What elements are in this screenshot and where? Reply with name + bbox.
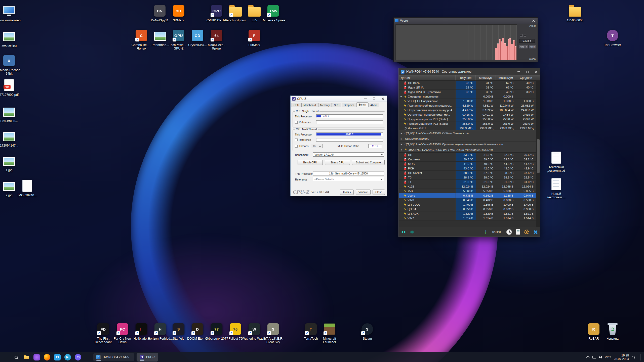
prev-next-group-button[interactable]	[410, 231, 414, 234]
telegram-icon[interactable]	[64, 354, 71, 360]
close-sensors-button[interactable]	[533, 230, 538, 234]
notifications-bell-icon[interactable]	[632, 356, 635, 358]
taskbar-window-hwinfo[interactable]: HWiNFO64 v7.64-5...	[93, 353, 134, 361]
sensor-row[interactable]: MOS41.5 °C40.0 °C44.5 °C41.4 °C	[399, 162, 536, 166]
scrollbar-thumb[interactable]	[537, 139, 540, 173]
reset-button[interactable]: Reset	[529, 45, 536, 49]
tab-graphics[interactable]: Graphics	[342, 103, 356, 107]
sensor-row[interactable]: ЦП Socket38.0 °C37.0 °C38.5 °C37.6 °C	[399, 171, 536, 175]
explorer-icon[interactable]	[23, 354, 30, 360]
media-player-icon[interactable]	[33, 354, 40, 360]
desktop-icon[interactable]: анклав.jpg	[0, 29, 22, 47]
column-header-maximum[interactable]: Максимум	[496, 75, 516, 80]
hwinfo-scrollbar[interactable]	[536, 81, 540, 227]
tab-mainboard[interactable]: Mainboard	[301, 103, 318, 107]
desktop-icon[interactable]: 172094147...	[0, 129, 22, 147]
column-header-sensor[interactable]: Датчик	[399, 75, 456, 80]
desktop-icon[interactable]: PDF27197900.pdf	[0, 78, 22, 97]
hwinfo-titlebar[interactable]: HWiNFO64 v7.64-5240 - Состояние датчиков	[399, 68, 540, 75]
expand-icon[interactable]: ▶	[400, 143, 403, 146]
sensor-row[interactable]: ϟПотребляемая мощность ядер IA4.417 W3.1…	[399, 108, 536, 112]
vcore-titlebar[interactable]: Vcore	[394, 18, 538, 24]
sensor-row[interactable]: ϟПредел мощности PL2 (Static)253.0 W253.…	[399, 121, 536, 126]
sensor-row[interactable]: Система39.5 °C39.0 °C39.5 °C39.2 °C	[399, 157, 536, 162]
maximize-button[interactable]	[523, 68, 532, 75]
viber-icon[interactable]	[75, 354, 81, 360]
desktop-icon[interactable]: S↗Steam	[354, 322, 380, 340]
close-window-button[interactable]: Close	[373, 190, 385, 195]
single-reference-checkbox[interactable]	[295, 121, 298, 124]
tab-spd[interactable]: SPD	[332, 103, 342, 107]
sensor-row[interactable]: PCH43.0 °C42.0 °C43.0 °C42.9 °C	[399, 166, 536, 171]
firefox-icon[interactable]	[44, 354, 50, 360]
desktop-icon[interactable]: Корзина	[599, 322, 626, 340]
settings-gear-button[interactable]	[524, 230, 529, 234]
sensor-row[interactable]: ▶ϟСмещения напряжения0.000 В0.000 В	[399, 94, 536, 99]
desktop-icon[interactable]: F↗FurMark	[241, 29, 267, 47]
sensor-row[interactable]: ϟ+5В5.060 В5.050 В5.060 В5.055 В	[399, 189, 536, 193]
sensor-row[interactable]: ϟ+12В12.024 В12.024 В12.048 В12.024 В	[399, 184, 536, 189]
sensor-row[interactable]: ЦП Весь33 °C31 °C62 °C40 °C	[399, 81, 536, 85]
threads-checkbox[interactable]	[295, 145, 298, 148]
sensor-row[interactable]: T028.5 °C28.0 °C28.5 °C28.5 °C	[399, 175, 536, 180]
desktop-icon[interactable]: Мой компьютер	[0, 4, 22, 22]
sensor-row[interactable]: Ядра ЦП IA32 °C31 °C62 °C40 °C	[399, 85, 536, 90]
multi-reference-checkbox[interactable]	[295, 139, 298, 141]
benchmark-version-select[interactable]: Version 17.01.64	[313, 152, 384, 157]
desktop-icon[interactable]: ↗Minecraft Launcher	[316, 322, 343, 344]
sensor-row[interactable]: ϟVDDQ TX Напряжение1.300 В1.300 В1.300 В…	[399, 99, 536, 103]
prev-next-sensor-button[interactable]	[401, 231, 406, 234]
tab-cpu[interactable]: CPU	[292, 103, 301, 107]
desktop-icon[interactable]: S↗S.T.A.L.K.E.R. Clear Sky	[260, 322, 286, 344]
graph-option-checkbox[interactable]	[520, 34, 522, 37]
tab-memory[interactable]: Memory	[318, 103, 332, 107]
desktop-icon[interactable]: TTor Browser	[599, 29, 626, 47]
cpuz-titlebar[interactable]: CPU-Z	[291, 96, 387, 102]
desktop-icon[interactable]: Новый текстовый ...	[543, 177, 569, 199]
close-button[interactable]	[378, 96, 387, 102]
desktop-icon[interactable]: Безымянн...	[0, 105, 22, 123]
expand-icon[interactable]: ▶	[400, 95, 403, 98]
clock-button[interactable]	[506, 229, 512, 235]
sensor-row[interactable]: Частота GPU299.3 МГц299.3 МГц299.3 МГц29…	[399, 126, 536, 130]
report-button[interactable]	[516, 229, 520, 235]
taskbar-window-cpuz[interactable]: CPU-Z	[137, 353, 158, 361]
language-indicator[interactable]: РУС	[605, 355, 611, 359]
network-icon[interactable]	[592, 356, 596, 358]
hwinfo-section-row[interactable]: ▼ϟMSI B760 GAMING PLUS WIFI (MS-7D98) (N…	[399, 147, 536, 153]
sensor-row[interactable]: ϟVcore0.738 В0.652 В1.188 В0.940 В	[399, 193, 536, 198]
stress-cpu-button[interactable]: Stress CPU	[325, 160, 350, 165]
sensor-row[interactable]: ϟVIN30.640 В0.402 В0.688 В0.538 В	[399, 198, 536, 202]
vcore-close-button[interactable]	[529, 18, 538, 24]
desktop-icon[interactable]: 1.jpg	[0, 154, 22, 172]
search-icon[interactable]	[13, 354, 19, 360]
column-header-minimum[interactable]: Минимум	[476, 75, 496, 80]
sensor-row[interactable]: ϟПолная потребляемая мощност...5.829 W4.…	[399, 103, 536, 108]
desktop-icon[interactable]: Текстовый документ.txt	[543, 151, 569, 173]
minimize-button[interactable]	[514, 68, 523, 75]
graph-option-checkbox[interactable]	[524, 34, 526, 37]
auto-fit-button[interactable]: Auto Fit	[519, 45, 528, 49]
minimize-button[interactable]	[361, 96, 370, 102]
sensor-row[interactable]: ϟЦП AUX1.820 В1.820 В1.821 В1.821 В	[399, 211, 536, 216]
hwinfo-section-row[interactable]: ▶ЦП [#0]: Intel Core i5-13500: Причины о…	[399, 142, 536, 147]
clock-datetime[interactable]: 19:28 28.07.2024	[614, 354, 629, 361]
sensor-row[interactable]: ϟОстаточная потребляемая мо...0.416 W0.4…	[399, 112, 536, 117]
store-icon[interactable]	[54, 354, 61, 360]
threads-select[interactable]: 20	[311, 144, 323, 148]
hwinfo-section-row[interactable]: ▶Тайминги памяти	[399, 136, 536, 142]
sensor-row[interactable]: Ядра CPU GT (графика)33 °C30 °C40 °C33 °…	[399, 90, 536, 94]
tools-button[interactable]: Tools ▾	[340, 190, 354, 195]
submit-and-compare-button[interactable]: Submit and Compare	[352, 160, 385, 165]
sensor-row[interactable]: ϟVIN71.514 В1.514 В1.514 В1.514 В	[399, 216, 536, 220]
desktop-icon[interactable]: 3D3DMark	[166, 4, 192, 22]
tab-bench[interactable]: Bench	[356, 102, 368, 107]
sensor-row[interactable]: ϟЦП VDD21.400 В1.396 В1.400 В1.400 В	[399, 202, 536, 207]
desktop-icon[interactable]: IMG_20240...	[14, 179, 40, 197]
desktop-icon[interactable]: XXMedia Recode 64bit	[0, 54, 22, 76]
column-header-average[interactable]: Среднее	[516, 75, 536, 80]
desktop-icon[interactable]: 13500 6600	[562, 4, 588, 22]
hwinfo-section-row[interactable]: ▶ЦП [#0]: Intel Core i5-13500: C-State З…	[399, 130, 536, 136]
sensor-row[interactable]: T131.0 °C31.0 °C31.0 °C31.0 °C	[399, 180, 536, 184]
start-icon[interactable]	[3, 354, 9, 360]
